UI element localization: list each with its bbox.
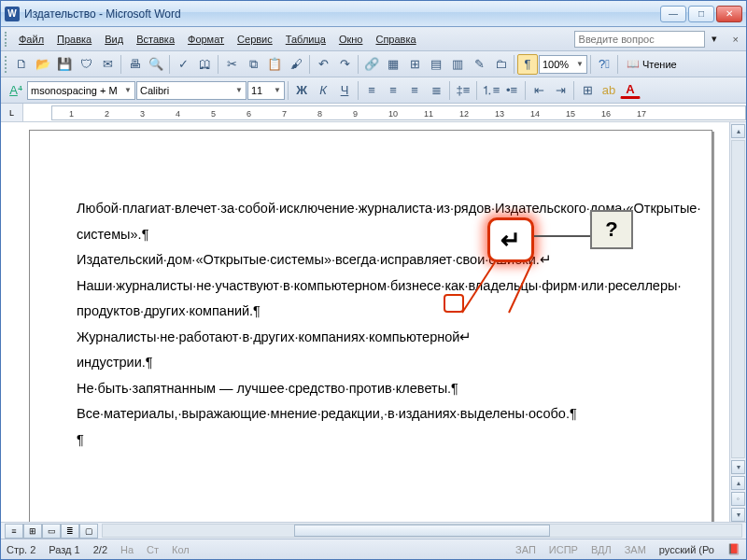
status-col: Кол <box>172 544 190 555</box>
borders-icon[interactable]: ⊞ <box>577 80 598 101</box>
excel-icon[interactable]: ▤ <box>426 54 446 75</box>
ruler-tick: 15 <box>566 109 575 119</box>
toolbar-grip[interactable] <box>5 56 8 73</box>
window-title: Издательство - Microsoft Word <box>24 7 660 21</box>
increase-indent-icon[interactable]: ⇥ <box>550 80 571 101</box>
cut-icon[interactable]: ✂ <box>221 54 242 75</box>
next-page-icon[interactable]: ▾ <box>731 508 745 522</box>
vertical-ruler[interactable] <box>1 122 23 522</box>
align-center-icon[interactable]: ≡ <box>383 80 403 101</box>
status-rec[interactable]: ЗАП <box>515 544 536 555</box>
select-browse-icon[interactable]: ◦ <box>731 492 745 506</box>
scroll-track[interactable] <box>731 140 745 458</box>
svg-line-0 <box>462 262 495 313</box>
save-icon[interactable]: 💾 <box>54 54 75 75</box>
doc-close-button[interactable]: × <box>729 32 742 47</box>
close-button[interactable]: ✕ <box>716 6 742 22</box>
print-preview-icon[interactable]: 🔍 <box>146 54 166 75</box>
style-combo[interactable]: msonospacing + М▼ <box>27 81 135 100</box>
menu-window[interactable]: Окно <box>332 31 370 48</box>
main-area: Любой·плагиат·влечет·за·собой·исключение… <box>1 122 746 522</box>
print-icon[interactable]: 🖶 <box>124 54 145 75</box>
scroll-down-icon[interactable]: ▾ <box>731 460 745 474</box>
horizontal-scrollbar[interactable] <box>102 524 742 538</box>
doc-map-icon[interactable]: 🗀 <box>490 54 511 75</box>
reading-mode-button[interactable]: 📖 Чтение <box>621 56 683 72</box>
text-line[interactable]: ¶ <box>77 427 674 454</box>
horizontal-ruler[interactable]: 1234567891011121314151617 <box>23 104 746 122</box>
web-view-icon[interactable]: ⊞ <box>23 524 42 539</box>
mail-icon[interactable]: ✉ <box>97 54 118 75</box>
align-right-icon[interactable]: ≡ <box>404 80 425 101</box>
undo-icon[interactable]: ↶ <box>313 54 333 75</box>
highlight-icon[interactable]: ab <box>599 80 619 101</box>
redo-icon[interactable]: ↷ <box>334 54 355 75</box>
prev-page-icon[interactable]: ▴ <box>731 476 745 490</box>
menu-view[interactable]: Вид <box>98 31 130 48</box>
tables-borders-icon[interactable]: ▦ <box>383 54 403 75</box>
format-painter-icon[interactable]: 🖌 <box>286 54 306 75</box>
underline-icon[interactable]: Ч <box>334 80 355 101</box>
minimize-button[interactable]: — <box>660 6 686 22</box>
text-line[interactable]: индустрии.¶ <box>77 350 674 376</box>
menu-edit[interactable]: Правка <box>50 31 98 48</box>
text-line[interactable]: Журналисты·не·работают·в·других·компания… <box>77 325 674 351</box>
research-icon[interactable]: 🕮 <box>194 54 215 75</box>
text-line[interactable]: Наши·журналисты·не·участвуют·в·компьютер… <box>77 273 674 300</box>
paste-icon[interactable]: 📋 <box>264 54 285 75</box>
new-doc-icon[interactable]: 🗋 <box>11 54 32 75</box>
vertical-scrollbar[interactable]: ▴ ▾ ▴ ◦ ▾ <box>729 122 746 522</box>
justify-icon[interactable]: ≣ <box>426 80 446 101</box>
open-icon[interactable]: 📂 <box>33 54 53 75</box>
font-combo[interactable]: Calibri▼ <box>136 81 247 100</box>
maximize-button[interactable]: □ <box>688 6 714 22</box>
normal-view-icon[interactable]: ≡ <box>5 524 23 539</box>
menu-service[interactable]: Сервис <box>231 31 279 48</box>
columns-icon[interactable]: ▥ <box>447 54 468 75</box>
status-ext[interactable]: ВДЛ <box>591 544 612 555</box>
toolbar-grip[interactable] <box>5 32 8 47</box>
show-formatting-icon[interactable]: ¶ <box>517 54 538 75</box>
bullet-list-icon[interactable]: •≡ <box>501 80 522 101</box>
outline-view-icon[interactable]: ≣ <box>61 524 79 539</box>
help-icon[interactable]: ?⃝ <box>594 54 614 75</box>
menu-insert[interactable]: Вставка <box>130 31 181 48</box>
text-line[interactable]: Любой·плагиат·влечет·за·собой·исключение… <box>77 196 674 222</box>
reading-view-icon[interactable]: ▢ <box>79 524 98 539</box>
copy-icon[interactable]: ⧉ <box>243 54 263 75</box>
text-line[interactable]: Издательский·дом·«Открытые·системы»·всег… <box>77 247 674 273</box>
status-trk[interactable]: ИСПР <box>549 544 578 555</box>
status-lang[interactable]: русский (Ро <box>659 544 714 555</box>
ruler-tick: 16 <box>601 109 611 119</box>
bold-icon[interactable]: Ж <box>291 80 312 101</box>
menu-format[interactable]: Формат <box>181 31 231 48</box>
scroll-up-icon[interactable]: ▴ <box>731 124 745 138</box>
hyperlink-icon[interactable]: 🔗 <box>361 54 382 75</box>
menu-table[interactable]: Таблица <box>279 31 332 48</box>
text-line[interactable]: Все·материалы,·выражающие·мнение·редакци… <box>77 401 674 427</box>
spellcheck-icon[interactable]: ✓ <box>173 54 193 75</box>
font-size-combo[interactable]: 11▼ <box>247 81 285 100</box>
line-spacing-icon[interactable]: ‡≡ <box>453 80 473 101</box>
text-line[interactable]: Не·быть·запятнанным — лучшее·средство·пр… <box>77 376 674 402</box>
zoom-combo[interactable]: 100%▼ <box>539 55 587 74</box>
document-viewport[interactable]: Любой·плагиат·влечет·за·собой·исключение… <box>23 122 729 522</box>
help-search-input[interactable] <box>574 31 705 48</box>
drawing-icon[interactable]: ✎ <box>469 54 489 75</box>
italic-icon[interactable]: К <box>313 80 333 101</box>
scroll-thumb[interactable] <box>294 525 550 537</box>
print-layout-view-icon[interactable]: ▭ <box>42 524 61 539</box>
toolbar-options-icon[interactable]: ▾ <box>705 30 724 48</box>
menu-help[interactable]: Справка <box>369 31 422 48</box>
insert-table-icon[interactable]: ⊞ <box>404 54 425 75</box>
status-spell-icon[interactable]: 📕 <box>727 543 740 555</box>
numbered-list-icon[interactable]: ⒈≡ <box>480 80 500 101</box>
decrease-indent-icon[interactable]: ⇤ <box>529 80 549 101</box>
status-ovr[interactable]: ЗАМ <box>625 544 646 555</box>
text-line[interactable]: продуктов·других·компаний.¶ <box>77 299 674 325</box>
menu-file[interactable]: Файл <box>12 31 50 48</box>
permissions-icon[interactable]: 🛡 <box>76 54 96 75</box>
font-color-icon[interactable]: A <box>620 81 641 99</box>
align-left-icon[interactable]: ≡ <box>361 80 382 101</box>
styles-pane-icon[interactable]: A⁴ <box>6 80 26 101</box>
